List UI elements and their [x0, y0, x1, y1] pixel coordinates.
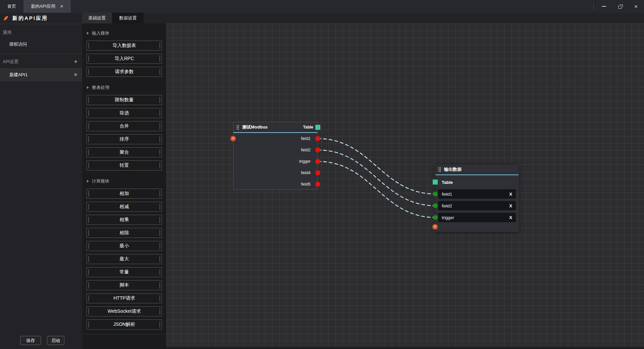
field-label: field2 [301, 148, 311, 152]
node-test-modbus[interactable]: 测试Modbus Table + field1 field2 trigger f… [233, 122, 318, 190]
settings-tabstrip: 基础设置 数据设置 [82, 13, 644, 23]
output-field-row[interactable]: field1 X [438, 189, 516, 199]
node-header[interactable]: 输出数据 [435, 164, 519, 174]
connection-wire[interactable] [318, 150, 436, 206]
field-row: trigger [233, 156, 317, 167]
module-button[interactable]: 导入RPC [87, 54, 162, 64]
node-title: 测试Modbus [242, 124, 268, 130]
output-field-row[interactable]: field2 X [438, 201, 516, 210]
sidebar-footer: 保存 启动 [0, 336, 82, 345]
module-button[interactable]: WebSocket请求 [87, 306, 162, 316]
module-button[interactable]: 转置 [87, 160, 162, 170]
module-button[interactable]: 导入数据表 [87, 41, 162, 51]
module-button[interactable]: JSON解析 [87, 319, 162, 330]
node-header-line [435, 174, 519, 175]
group-header[interactable]: 整表处理 [82, 80, 166, 95]
add-input-port-button[interactable]: + [230, 136, 236, 141]
remove-field-icon[interactable]: X [509, 215, 512, 220]
section-label-api-settings: API设置 [3, 59, 18, 65]
window-controls-divider [593, 3, 594, 9]
module-button[interactable]: 请求参数 [87, 67, 162, 77]
module-button[interactable]: 限制数量 [87, 95, 162, 105]
group-header[interactable]: 输入模块 [82, 26, 166, 41]
drag-handle-icon[interactable] [236, 125, 239, 130]
tab-label: 首页 [7, 3, 16, 9]
input-port[interactable] [433, 192, 438, 196]
remove-field-icon[interactable]: X [509, 192, 512, 197]
connection-wire[interactable] [318, 139, 436, 194]
titlebar-tab-home[interactable]: 首页 [0, 0, 23, 13]
module-button[interactable]: 聚合 [87, 147, 162, 157]
start-button[interactable]: 启动 [47, 336, 64, 345]
module-button[interactable]: 最大 [87, 254, 162, 264]
add-output-field-button[interactable]: + [432, 224, 438, 230]
output-port[interactable] [315, 148, 320, 153]
tab-close-icon[interactable]: ✕ [60, 4, 63, 9]
collapse-arrow-icon [87, 32, 89, 35]
field-row: field2 [233, 144, 317, 156]
node-type-label: Table [303, 125, 313, 130]
node-type-label: Table [442, 180, 453, 185]
sidebar-header: 新的API应用 [0, 13, 82, 24]
restore-button[interactable] [612, 0, 628, 13]
field-label: trigger [442, 215, 454, 220]
module-button[interactable]: HTTP请求 [87, 293, 162, 303]
field-label: field2 [442, 203, 452, 208]
table-type-square[interactable] [433, 180, 438, 185]
restore-icon [618, 6, 622, 9]
field-label: field5 [301, 182, 311, 187]
table-type-square[interactable] [315, 125, 320, 130]
add-api-icon[interactable]: + [74, 59, 77, 64]
module-button[interactable]: 相乘 [87, 215, 162, 225]
api-item-close-icon[interactable]: ✕ [74, 72, 77, 77]
tab-data-settings[interactable]: 数据设置 [112, 13, 144, 23]
module-group-compute: 计算模块 相加相减相乘相除最小最大常量脚本HTTP请求WebSocket请求JS… [82, 173, 166, 330]
tab-basic-settings[interactable]: 基础设置 [82, 13, 112, 23]
module-button[interactable]: 常量 [87, 267, 162, 277]
group-label: 整表处理 [92, 85, 109, 91]
sidebar: 新的API应用 通用 授权访问 API设置 + 新建API1 ✕ 保存 启动 [0, 13, 82, 349]
save-button[interactable]: 保存 [20, 336, 41, 345]
module-group-input: 输入模块 导入数据表导入RPC请求参数 [82, 26, 166, 77]
output-port[interactable] [315, 136, 320, 141]
output-port[interactable] [315, 170, 320, 176]
node-header[interactable]: 测试Modbus Table [233, 122, 317, 132]
input-port[interactable] [433, 215, 438, 220]
window-controls: ✕ [593, 0, 644, 13]
drag-handle-icon[interactable] [438, 167, 441, 172]
app-logo-icon [3, 15, 9, 21]
field-label: field1 [301, 136, 311, 141]
module-button[interactable]: 最小 [87, 241, 162, 251]
connection-wire[interactable] [318, 161, 436, 217]
group-header[interactable]: 计算模块 [82, 173, 166, 189]
group-label: 计算模块 [92, 178, 109, 184]
sidebar-item-auth-access[interactable]: 授权访问 [0, 36, 82, 53]
module-button[interactable]: 合并 [87, 121, 162, 131]
node-output-data[interactable]: 输出数据 Table field1 X field2 X trigger X [435, 164, 519, 232]
node-title: 输出数据 [444, 166, 462, 172]
group-label: 输入模块 [92, 30, 109, 36]
module-button[interactable]: 脚本 [87, 280, 162, 290]
module-button[interactable]: 相加 [87, 189, 162, 199]
minimize-button[interactable] [596, 0, 612, 13]
field-label: field1 [442, 192, 452, 197]
module-button[interactable]: 相减 [87, 202, 162, 212]
module-button[interactable]: 筛选 [87, 108, 162, 118]
close-button[interactable]: ✕ [628, 0, 644, 13]
output-field-rows: field1 X field2 X trigger X [435, 187, 519, 222]
output-field-row[interactable]: trigger X [438, 213, 516, 222]
canvas-scrollbar[interactable] [166, 347, 644, 349]
collapse-arrow-icon [87, 86, 89, 89]
output-port[interactable] [315, 159, 320, 164]
remove-field-icon[interactable]: X [509, 203, 512, 208]
minimize-icon [602, 6, 606, 7]
input-port[interactable] [433, 203, 438, 208]
field-label: trigger [299, 159, 311, 164]
flow-canvas[interactable]: 测试Modbus Table + field1 field2 trigger f… [166, 23, 644, 349]
sidebar-item-new-api1[interactable]: 新建API1 ✕ [0, 68, 82, 81]
module-button[interactable]: 排序 [87, 134, 162, 144]
titlebar-tab-api-app[interactable]: 新的API应用 ✕ [23, 0, 71, 13]
output-port[interactable] [315, 182, 320, 187]
module-group-table: 整表处理 限制数量筛选合并排序聚合转置 [82, 80, 166, 170]
module-button[interactable]: 相除 [87, 228, 162, 238]
